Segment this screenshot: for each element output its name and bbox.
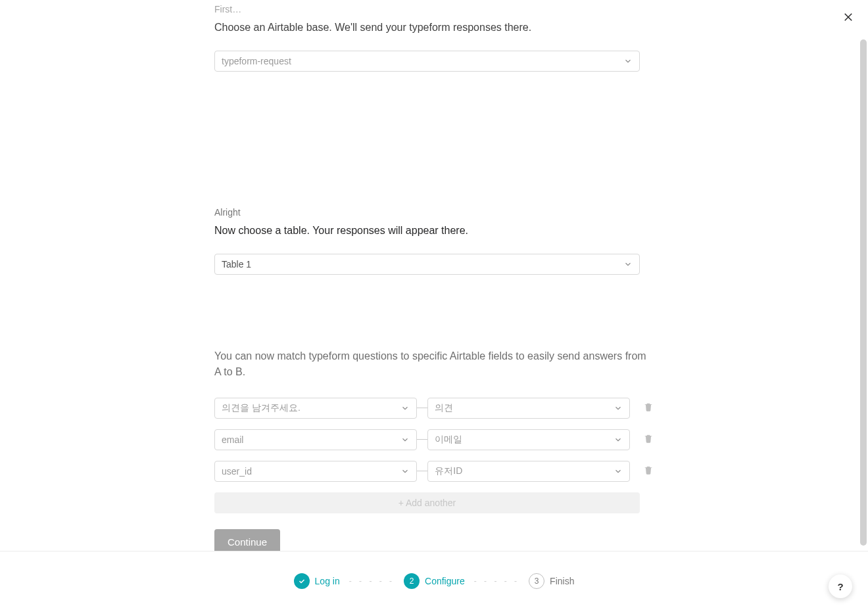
chevron-down-icon	[623, 260, 633, 269]
step-login[interactable]: Log in	[294, 573, 340, 589]
add-another-button[interactable]: + Add another	[214, 492, 640, 513]
base-hint: First…	[214, 4, 654, 14]
chevron-down-icon	[400, 467, 410, 476]
field-select[interactable]: 이메일	[427, 429, 630, 450]
trash-icon	[643, 433, 654, 446]
step-label: Finish	[550, 576, 574, 586]
table-hint: Alright	[214, 207, 654, 218]
connector-line	[417, 439, 428, 440]
chevron-down-icon	[614, 435, 623, 444]
connector-line	[417, 408, 428, 408]
table-select[interactable]: Table 1	[214, 254, 640, 275]
step-separator: - - - - -	[474, 576, 519, 586]
map-row: email 이메일	[214, 429, 654, 450]
field-select-value: 의견	[435, 402, 453, 414]
help-button[interactable]: ?	[829, 575, 852, 598]
main-content: First… Choose an Airtable base. We'll se…	[0, 0, 868, 555]
chevron-down-icon	[614, 467, 623, 476]
step-label: Log in	[315, 576, 340, 586]
delete-row-button[interactable]	[643, 465, 654, 478]
question-select-value: user_id	[222, 466, 252, 477]
question-select[interactable]: user_id	[214, 461, 417, 482]
check-icon	[294, 573, 310, 589]
step-finish[interactable]: 3 Finish	[529, 573, 574, 589]
step-separator: - - - - -	[349, 576, 395, 586]
table-title: Now choose a table. Your responses will …	[214, 223, 654, 238]
scrollbar-thumb[interactable]	[860, 39, 867, 546]
step-number: 3	[529, 573, 544, 589]
field-select[interactable]: 유저ID	[427, 461, 630, 482]
question-select[interactable]: 의견을 남겨주세요.	[214, 398, 417, 419]
steps-bar: Log in - - - - - 2 Configure - - - - - 3…	[0, 551, 868, 610]
chevron-down-icon	[400, 404, 410, 413]
close-icon	[842, 11, 854, 26]
chevron-down-icon	[623, 57, 633, 66]
step-number: 2	[404, 573, 420, 589]
help-icon: ?	[837, 581, 843, 592]
trash-icon	[643, 402, 654, 415]
field-select[interactable]: 의견	[427, 398, 630, 419]
delete-row-button[interactable]	[643, 402, 654, 415]
field-select-value: 유저ID	[435, 465, 462, 477]
base-select-value: typeform-request	[222, 56, 291, 66]
base-title: Choose an Airtable base. We'll send your…	[214, 20, 654, 35]
question-select-value: 의견을 남겨주세요.	[222, 402, 301, 414]
delete-row-button[interactable]	[643, 433, 654, 446]
field-select-value: 이메일	[435, 434, 462, 446]
chevron-down-icon	[400, 435, 410, 444]
scrollbar[interactable]	[860, 0, 867, 551]
map-row: 의견을 남겨주세요. 의견	[214, 398, 654, 419]
question-select-value: email	[222, 434, 243, 445]
question-select[interactable]: email	[214, 429, 417, 450]
table-select-value: Table 1	[222, 259, 251, 270]
base-select[interactable]: typeform-request	[214, 51, 640, 72]
step-configure[interactable]: 2 Configure	[404, 573, 465, 589]
map-description: You can now match typeform questions to …	[214, 348, 654, 379]
connector-line	[417, 471, 428, 471]
trash-icon	[643, 465, 654, 478]
map-row: user_id 유저ID	[214, 461, 654, 482]
close-button[interactable]	[840, 11, 856, 26]
step-label: Configure	[425, 576, 465, 586]
chevron-down-icon	[614, 404, 623, 413]
